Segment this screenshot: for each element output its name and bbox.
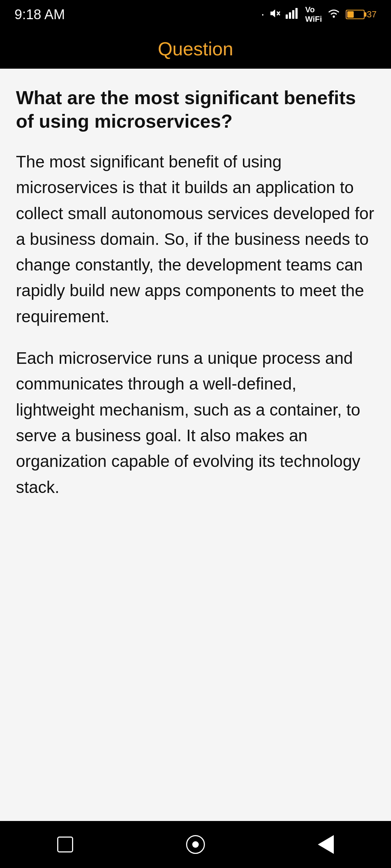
battery-icon: 37 [346,9,377,20]
svg-rect-4 [289,12,291,19]
status-icons: ⋅ VoWiFi [261,5,377,24]
page-title: Question [158,38,233,60]
svg-point-7 [333,16,335,18]
question-heading: What are the most significant benefits o… [16,86,375,133]
bluetooth-icon: ⋅ [261,8,265,21]
app-header: Question [0,29,391,69]
battery-percent: 37 [367,9,377,20]
answer-paragraph-2: Each microservice runs a unique process … [16,345,375,500]
status-time: 9:18 AM [14,7,65,22]
mute-icon [270,8,281,21]
svg-marker-0 [270,9,275,17]
recent-apps-icon [57,837,73,852]
vowifi-icon: VoWiFi [305,5,322,24]
svg-rect-5 [292,10,294,19]
main-content: What are the most significant benefits o… [0,69,391,821]
svg-rect-3 [286,14,288,19]
recent-apps-button[interactable] [49,828,81,861]
nav-bar [0,821,391,868]
status-bar: 9:18 AM ⋅ VoWiFi [0,0,391,29]
svg-rect-6 [295,8,298,19]
home-button[interactable] [179,828,212,861]
answer-paragraph-1: The most significant benefit of using mi… [16,149,375,329]
wifi-icon [327,8,341,21]
back-icon [318,835,334,854]
signal-icon [286,8,300,21]
back-button[interactable] [310,828,342,861]
home-icon [186,835,205,854]
